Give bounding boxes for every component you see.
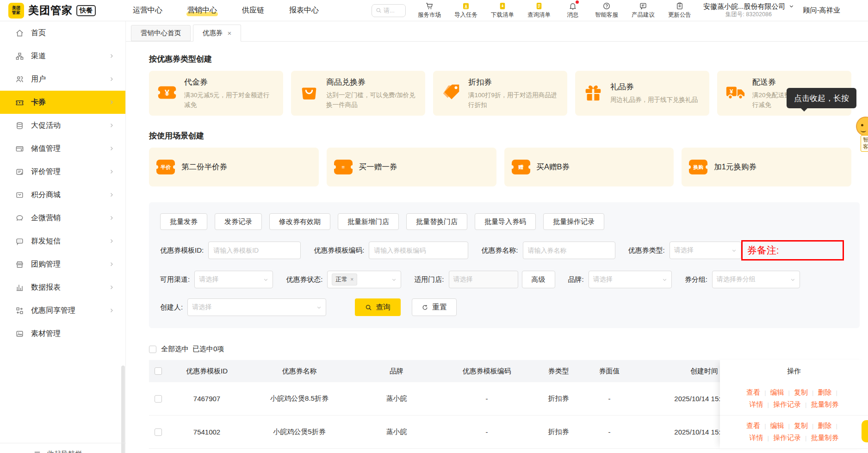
op-copy[interactable]: 复制 bbox=[794, 388, 808, 397]
svg-text:¥: ¥ bbox=[730, 87, 733, 94]
sidebar-item-shared-discounts[interactable]: 优惠同享管理 bbox=[0, 299, 125, 322]
bulk-import-codes-button[interactable]: 批量导入券码 bbox=[475, 213, 536, 230]
op-details[interactable]: 详情 bbox=[750, 400, 763, 409]
op-operation-records[interactable]: 操作记录 bbox=[773, 400, 801, 409]
tool-product-feedback[interactable]: 产品建议 bbox=[632, 2, 655, 19]
header-search-input[interactable]: 请... bbox=[372, 4, 406, 17]
op-view[interactable]: 查看 bbox=[746, 422, 760, 430]
close-icon[interactable]: × bbox=[228, 29, 232, 37]
template-code-input[interactable] bbox=[369, 242, 468, 259]
card-second-half-price[interactable]: 半价 第二份半价券 bbox=[149, 148, 319, 186]
tool-import-tasks[interactable]: 导入任务 bbox=[454, 2, 477, 19]
card-gift-coupon[interactable]: 礼品券 周边礼品券，用于线下兑换礼品 bbox=[575, 71, 709, 116]
sidebar-item-group-buy[interactable]: 团购管理 bbox=[0, 253, 125, 276]
bulk-operation-records-button[interactable]: 批量操作记录 bbox=[543, 213, 604, 230]
sidebar-item-wecom-marketing[interactable]: 企微营销 bbox=[0, 206, 125, 230]
sidebar-item-points-mall[interactable]: 积分商城 bbox=[0, 183, 125, 206]
tool-messages[interactable]: 消息 bbox=[564, 2, 582, 19]
sidebar-item-users[interactable]: 用户 bbox=[0, 68, 125, 91]
sidebar-item-coupons[interactable]: 卡券 bbox=[0, 91, 125, 114]
nav-operations-center[interactable]: 运营中心 bbox=[132, 4, 163, 17]
company-switcher[interactable]: 安徽蒸小皖...股份有限公司 集团号: 83202086 bbox=[703, 2, 794, 18]
hamburger-icon bbox=[33, 450, 41, 453]
advanced-button[interactable]: 高级 bbox=[522, 271, 555, 288]
sidebar-item-channels[interactable]: 渠道 bbox=[0, 44, 125, 68]
users-icon bbox=[15, 75, 24, 84]
header-checkbox[interactable] bbox=[155, 367, 162, 375]
nav-supply-chain[interactable]: 供应链 bbox=[241, 4, 265, 17]
card-buy-one-get-one[interactable]: = 买一赠一券 bbox=[327, 148, 496, 186]
card-add-one-yuan[interactable]: 换购 加1元换购券 bbox=[682, 148, 851, 186]
bulk-replace-stores-button[interactable]: 批量替换门店 bbox=[406, 213, 467, 230]
col-template-code: 优惠券模板编码 bbox=[440, 367, 533, 376]
chevron-down-icon bbox=[662, 277, 667, 282]
op-details[interactable]: 详情 bbox=[750, 434, 763, 442]
op-delete[interactable]: 删除 bbox=[818, 422, 831, 430]
sidebar-scrollbar[interactable] bbox=[121, 366, 125, 453]
card-title: 第二份半价券 bbox=[181, 162, 227, 172]
sidebar-item-bulk-sms[interactable]: 群发短信 bbox=[0, 230, 125, 253]
channel-select[interactable]: 请选择 bbox=[194, 271, 273, 288]
coupon-name-input[interactable] bbox=[523, 242, 615, 259]
op-operation-records[interactable]: 操作记录 bbox=[773, 434, 801, 442]
support-mascot[interactable]: 智客 bbox=[854, 117, 868, 158]
sms-icon bbox=[15, 237, 24, 246]
tab-marketing-home[interactable]: 营销中心首页 bbox=[131, 25, 191, 41]
sidebar-item-reviews[interactable]: 评价管理 bbox=[0, 160, 125, 183]
op-bulk-create[interactable]: 批量制券 bbox=[811, 400, 838, 409]
card-cash-voucher[interactable]: ¥ 代金券 满30元减5元，用于对金额进行减免 bbox=[149, 71, 283, 116]
op-delete[interactable]: 删除 bbox=[818, 388, 831, 397]
col-operations: 操作 bbox=[720, 360, 868, 382]
tool-download-list[interactable]: 下载清单 bbox=[491, 2, 514, 19]
op-bulk-create[interactable]: 批量制券 bbox=[811, 434, 838, 442]
select-all-checkbox[interactable] bbox=[149, 346, 156, 353]
tool-label: 智能客服 bbox=[595, 11, 618, 19]
op-edit[interactable]: 编辑 bbox=[770, 388, 784, 397]
mascot-label: 智客 bbox=[861, 135, 868, 152]
row-checkbox[interactable] bbox=[155, 428, 162, 436]
row-operations: 查看|编辑|复制|删除| 详情|操作记录|批量制券 bbox=[720, 382, 868, 416]
store-select[interactable]: 请选择 bbox=[449, 271, 518, 288]
collapse-nav-button[interactable]: 收起导航栏 bbox=[0, 443, 125, 453]
bulk-add-stores-button[interactable]: 批量新增门店 bbox=[338, 213, 399, 230]
sidebar-item-data-reports[interactable]: 数据报表 bbox=[0, 276, 125, 299]
op-edit[interactable]: 编辑 bbox=[770, 422, 784, 430]
card-discount-coupon[interactable]: 折扣券 满100打9折，用于对适用商品进行折扣 bbox=[433, 71, 567, 116]
user-name[interactable]: 顾问-高祥业 bbox=[803, 6, 840, 15]
card-product-exchange[interactable]: 商品兑换券 达到一定门槛，可以免费/加价兑换一件商品 bbox=[291, 71, 425, 116]
sidebar-item-home[interactable]: 首页 bbox=[0, 21, 125, 44]
sidebar-item-promotions[interactable]: 大促活动 bbox=[0, 114, 125, 137]
issue-records-button[interactable]: 发券记录 bbox=[215, 213, 262, 230]
tab-coupons[interactable]: 优惠券 × bbox=[193, 25, 241, 42]
modify-validity-button[interactable]: 修改券有效期 bbox=[269, 213, 330, 230]
search-button[interactable]: 查询 bbox=[355, 298, 401, 316]
tool-query-list[interactable]: 查询清单 bbox=[527, 2, 551, 19]
status-select[interactable]: 正常 × bbox=[327, 271, 401, 288]
tool-label: 查询清单 bbox=[527, 11, 551, 19]
top-header: 美团 管家 美团管家 快餐 运营中心 营销中心 供应链 报表中心 请... 服务… bbox=[0, 0, 868, 21]
tool-update-announcements[interactable]: 更新公告 bbox=[668, 2, 691, 19]
select-placeholder: 请选择 bbox=[453, 275, 473, 284]
op-copy[interactable]: 复制 bbox=[794, 422, 808, 430]
nav-report-center[interactable]: 报表中心 bbox=[288, 4, 320, 17]
card-buy-a-get-b[interactable]: 赠 买A赠B券 bbox=[504, 148, 674, 186]
tool-service-market[interactable]: 服务市场 bbox=[418, 2, 441, 19]
sidebar-item-stored-value[interactable]: 储值管理 bbox=[0, 137, 125, 160]
col-coupon-name: 优惠券名称 bbox=[246, 367, 353, 376]
coupon-type-select[interactable]: 请选择 bbox=[670, 242, 741, 259]
tag-close-icon[interactable]: × bbox=[350, 276, 353, 283]
tool-smart-support[interactable]: 智能客服 bbox=[595, 2, 618, 19]
coupon-group-select[interactable]: 请选择券分组 bbox=[712, 271, 800, 288]
card-desc: 周边礼品券，用于线下兑换礼品 bbox=[610, 95, 698, 105]
nav-marketing-center[interactable]: 营销中心 bbox=[186, 4, 218, 17]
bulk-issue-button[interactable]: 批量发券 bbox=[160, 213, 207, 230]
row-checkbox[interactable] bbox=[155, 395, 162, 403]
template-id-input[interactable] bbox=[208, 242, 301, 259]
brand-select[interactable]: 请选择 bbox=[589, 271, 672, 288]
sidebar-item-materials[interactable]: 素材管理 bbox=[0, 322, 125, 345]
op-view[interactable]: 查看 bbox=[746, 388, 760, 397]
floating-button-clipped[interactable] bbox=[862, 420, 868, 442]
reset-button[interactable]: 重置 bbox=[412, 298, 457, 316]
creator-select[interactable]: 请选择 bbox=[187, 298, 326, 316]
channels-icon bbox=[15, 52, 24, 61]
